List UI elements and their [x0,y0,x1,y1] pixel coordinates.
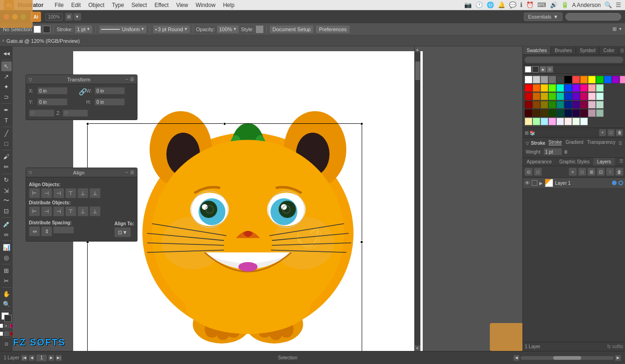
color-view-button[interactable]: ■ [540,66,546,73]
color-swatch[interactable] [596,76,604,83]
color-swatch[interactable] [541,118,548,125]
color-swatch[interactable] [541,101,548,108]
stroke-weight-dropdown[interactable]: 1 pt ▼ [75,25,92,34]
horizontal-scrollbar[interactable] [521,356,614,360]
handle-tr[interactable] [360,122,363,125]
color-swatch[interactable] [556,118,564,125]
color-swatch[interactable] [580,109,588,117]
panel-expand-icon[interactable]: ☰ [130,77,134,82]
align-horizontal-centers-button[interactable]: ⊣ [41,188,52,198]
scroll-right-button[interactable]: ▶ [615,355,621,361]
align-left-edges-button[interactable]: ⊢ [29,188,40,198]
canvas-vscroll[interactable]: ▲ ▼ [414,47,420,351]
document-setup-button[interactable]: Document Setup [269,25,314,34]
color-swatch[interactable] [588,109,596,117]
graph-tool[interactable]: 📊 [1,243,12,252]
menu-file[interactable]: File [51,0,67,10]
color-swatch[interactable] [549,109,556,117]
page-number-input[interactable] [36,354,47,362]
rectangle-tool[interactable]: □ [1,139,12,148]
none-swatch[interactable] [525,66,531,73]
pen-tool[interactable]: ✒ [1,105,12,115]
color-swatch[interactable] [549,84,556,92]
scroll-up-button[interactable]: ▲ [415,47,420,52]
zoom-tool[interactable]: 🔍 [1,299,12,309]
swatch-libraries-button[interactable]: 📚 [529,130,535,135]
color-swatch[interactable] [572,109,580,117]
color-swatch[interactable] [572,101,580,108]
locate-object-button[interactable]: ⊙ [524,168,533,176]
color-swatch[interactable] [533,93,540,100]
distribute-v-spacing-button[interactable]: ⇕ [41,226,52,236]
transparency-tab[interactable]: Transparency [587,140,616,145]
fill-stroke-indicator[interactable] [1,312,12,322]
color-swatch[interactable] [564,93,572,100]
color-swatch[interactable] [596,84,604,92]
panel-options-icon[interactable]: ▼ [618,27,622,31]
slice-tool[interactable]: ✂ [1,276,12,286]
layer-target-indicator[interactable] [612,181,617,185]
panel-options-icon[interactable]: ☰ [618,48,625,53]
distribute-bottom-button[interactable]: ⊥ [89,206,101,216]
handle-tl[interactable] [86,122,89,125]
color-swatch[interactable] [580,93,588,100]
transform-panel-header[interactable]: ▽ Transform − ☰ [26,75,137,84]
rotate-input[interactable] [29,109,55,117]
color-swatch[interactable] [564,109,572,117]
distribute-center-v-button[interactable]: ⊥ [77,206,89,216]
color-swatch[interactable] [564,101,572,108]
move-to-new-layer-button[interactable]: ↑ [606,168,614,176]
opacity-dropdown[interactable]: 100% ▼ [217,25,239,34]
weight-stepper[interactable] [564,150,568,154]
color-swatch[interactable] [549,76,556,83]
align-to-dropdown[interactable]: ⊡▼ [114,227,131,237]
color-swatch[interactable] [572,93,580,100]
layer-visibility-toggle[interactable]: 👁 [525,180,530,186]
doc-ctrl-arrow[interactable]: ▼ [74,13,81,20]
artboard-tool[interactable]: ⊞ [1,266,12,276]
fill-color-swatch[interactable] [34,26,41,33]
align-right-edges-button[interactable]: ⊣ [53,188,64,198]
bell-icon[interactable]: 🔔 [498,1,505,8]
color-swatch[interactable] [525,109,532,117]
line-tool[interactable]: ╱ [1,128,12,138]
none-mode-button[interactable]: ✕ [4,324,9,328]
fill-mode-button[interactable] [0,324,3,328]
color-swatch[interactable] [588,93,596,100]
color-swatch[interactable] [549,101,556,108]
scale-tool[interactable]: ⇲ [1,186,12,195]
y-input[interactable] [37,98,68,106]
toolbar-collapse-button[interactable]: ◀◀ [1,48,12,58]
lasso-tool[interactable]: ⊃ [1,92,12,102]
color-swatch[interactable] [580,101,588,108]
x-input[interactable] [37,87,68,94]
color-swatch[interactable] [541,93,548,100]
shear-input[interactable] [62,109,88,117]
color-swatch[interactable] [620,76,625,83]
speaker-icon[interactable]: 🔊 [550,1,557,8]
panel-expand-icon[interactable]: ☰ [130,170,134,175]
preferences-button[interactable]: Preferences [316,25,350,34]
magic-wand-tool[interactable]: ✦ [1,82,12,92]
eyedropper-tool[interactable]: 💉 [1,219,12,229]
search-icon[interactable]: 🔍 [604,1,612,8]
color-swatch[interactable] [588,76,596,83]
color-swatch[interactable] [533,76,540,83]
menu-select[interactable]: Select [128,0,151,10]
weight-input[interactable] [543,148,562,155]
color-swatch[interactable] [556,109,564,117]
color-swatch[interactable] [604,76,611,83]
free-transform-tool[interactable]: ⊡ [1,206,12,216]
doc-ctrl-grid[interactable]: ⊞ [65,13,73,20]
keyboard-icon[interactable]: ⌨ [537,1,546,8]
align-top-edges-button[interactable]: ⊤ [65,188,76,198]
new-layer-button[interactable]: □ [578,168,586,176]
battery-icon[interactable]: 🔋 [561,1,569,8]
last-page-button[interactable]: ▶| [55,355,62,361]
menu-type[interactable]: Type [108,0,128,10]
color-swatch[interactable] [564,84,572,92]
camera-icon[interactable]: 📷 [464,1,472,8]
distribute-h-spacing-button[interactable]: ⇔ [29,226,40,236]
color-swatch[interactable] [533,118,540,125]
color-swatch[interactable] [564,76,572,83]
